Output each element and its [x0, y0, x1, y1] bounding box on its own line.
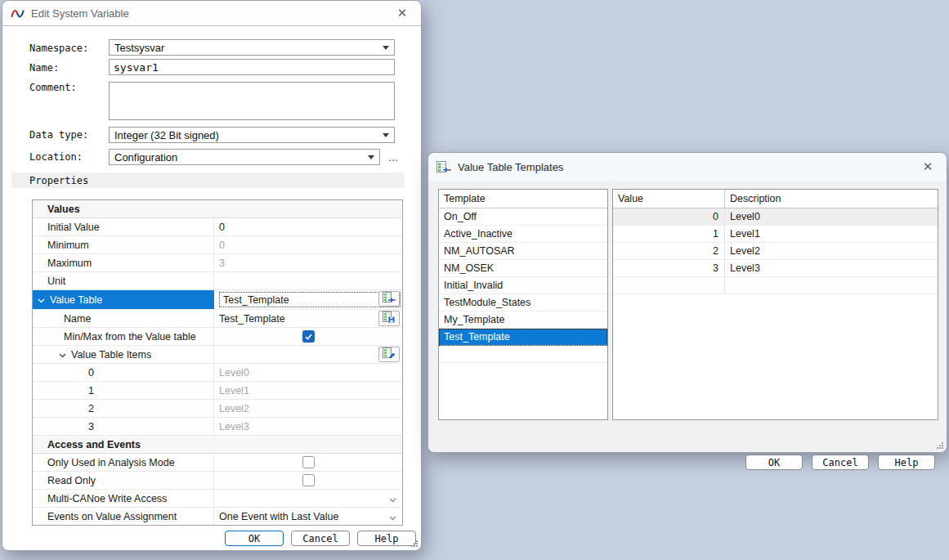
property-label: 0 [88, 367, 94, 379]
table-arrow-icon [383, 292, 396, 306]
properties-label: Properties [29, 175, 88, 186]
value-table-combobox[interactable]: Test_Template [219, 292, 401, 307]
expander-chevron-icon[interactable] [59, 349, 66, 361]
property-value: Level2 [219, 403, 249, 414]
property-label: Minimum [47, 240, 89, 251]
property-row-minimum[interactable]: Minimum0 [33, 236, 402, 254]
template-list-item[interactable]: TestModule_States [439, 294, 607, 311]
table-edit-icon [383, 347, 396, 361]
property-row-2[interactable]: 2Level2 [33, 400, 402, 418]
template-list-item[interactable]: Initial_Invalid [439, 277, 607, 294]
value-table-combobox-value: Test_Template [223, 294, 289, 306]
expander-chevron-icon[interactable] [38, 294, 45, 306]
table-save-button[interactable] [378, 311, 400, 326]
datatype-value: Integer (32 Bit signed) [114, 129, 219, 141]
checkbox-unchecked[interactable] [302, 474, 315, 486]
value-table-row[interactable]: 0Level0 [613, 208, 938, 226]
property-row-0[interactable]: 0Level0 [33, 364, 402, 382]
property-label: Events on Value Assignment [47, 511, 177, 522]
template-list-empty-row[interactable] [439, 346, 607, 363]
property-label: 3 [88, 421, 94, 432]
name-input[interactable] [109, 59, 395, 75]
table-arrow-button[interactable] [378, 291, 400, 307]
description-cell: Level0 [725, 208, 938, 225]
help-button[interactable]: Help [357, 531, 416, 546]
property-row-name[interactable]: NameTest_Template [33, 310, 402, 328]
property-row-1[interactable]: 1Level1 [33, 382, 402, 400]
template-listbox: Template On_OffActive_InactiveNM_AUTOSAR… [438, 189, 608, 420]
template-list-item[interactable]: On_Off [439, 208, 607, 226]
templates-dialog-titlebar: Value Table Templates ✕ [428, 153, 947, 181]
property-row-initial-value[interactable]: Initial Value0 [33, 218, 402, 236]
value-table-row[interactable]: 2Level2 [613, 243, 938, 260]
value-column-header: Value [613, 190, 725, 208]
value-table-empty-row[interactable] [613, 277, 938, 294]
value-table-row[interactable]: 3Level3 [613, 260, 938, 277]
resize-grip[interactable] [936, 441, 944, 450]
template-list-item[interactable]: NM_AUTOSAR [439, 243, 607, 260]
location-label: Location: [29, 151, 83, 163]
templates-dialog-title: Value Table Templates [458, 161, 917, 173]
description-cell: Level3 [725, 260, 938, 276]
property-value: 0 [219, 222, 225, 233]
property-row-events-on-value-assignment[interactable]: Events on Value AssignmentOne Event with… [33, 508, 402, 525]
cancel-button[interactable]: Cancel [812, 455, 869, 470]
close-icon[interactable]: ✕ [917, 158, 938, 176]
property-row-value-table[interactable]: Value TableTest_Template [33, 290, 402, 310]
template-list-item[interactable]: NM_OSEK [439, 260, 607, 277]
description-cell: Level2 [725, 243, 938, 259]
value-table-header-row: Value Description [613, 190, 938, 208]
value-table-row[interactable]: 1Level1 [613, 226, 938, 243]
template-list-item[interactable]: Active_Inactive [439, 226, 607, 243]
property-row-3[interactable]: 3Level3 [33, 418, 402, 436]
edit-dialog-body: Namespace: Testsysvar Name: Comment: Dat… [2, 26, 421, 550]
property-row-min-max-from-the-value-table[interactable]: Min/Max from the Value table [33, 328, 402, 346]
table-edit-button[interactable] [378, 347, 400, 362]
property-value: Level1 [219, 385, 249, 396]
comment-textarea[interactable] [109, 82, 395, 120]
property-label: Unit [47, 276, 65, 287]
datatype-combobox[interactable]: Integer (32 Bit signed) [109, 127, 395, 143]
chevron-down-icon [383, 133, 389, 137]
template-list-item[interactable]: My_Template [439, 311, 607, 329]
property-row-only-used-in-analysis-mode[interactable]: Only Used in Analysis Mode [33, 454, 402, 472]
ok-button[interactable]: OK [745, 455, 803, 470]
help-button[interactable]: Help [878, 455, 935, 470]
ok-button[interactable]: OK [225, 531, 284, 546]
description-cell: Level1 [725, 226, 938, 242]
property-row-value-table-items[interactable]: Value Table Items [33, 346, 402, 364]
desktop: { "edit_dialog": { "title": "Edit System… [0, 0, 949, 560]
comment-label: Comment: [29, 82, 77, 93]
section-label: Values [33, 200, 402, 217]
value-cell: 0 [613, 208, 725, 225]
location-browse-button[interactable]: … [383, 150, 396, 165]
property-label: Name [64, 313, 91, 325]
property-label: Value Table [50, 294, 102, 306]
close-icon[interactable]: ✕ [392, 4, 413, 22]
resize-grip[interactable] [410, 540, 419, 548]
namespace-combobox[interactable]: Testsysvar [109, 39, 395, 56]
checkbox-checked[interactable] [302, 330, 315, 343]
value-cell: 1 [613, 226, 725, 242]
cancel-button[interactable]: Cancel [291, 531, 350, 546]
property-value: One Event with Last Value [219, 511, 338, 522]
property-label: Value Table Items [71, 349, 151, 361]
property-label: Multi-CANoe Write Access [47, 493, 167, 504]
checkbox-unchecked[interactable] [302, 456, 315, 468]
property-row-unit[interactable]: Unit [33, 272, 402, 290]
template-list-item[interactable]: Test_Template [439, 329, 607, 346]
property-label: Read Only [47, 475, 96, 486]
chevron-down-icon[interactable] [389, 494, 396, 505]
property-row-multi-canoe-write-access[interactable]: Multi-CANoe Write Access [33, 490, 402, 508]
property-row-read-only[interactable]: Read Only [33, 472, 402, 490]
property-row-maximum[interactable]: Maximum3 [33, 254, 402, 272]
description-column-header: Description [725, 190, 938, 208]
property-label: Initial Value [47, 222, 100, 233]
chevron-down-icon[interactable] [389, 512, 396, 523]
location-combobox[interactable]: Configuration [109, 149, 380, 165]
value-description-table: Value Description 0Level01Level12Level23… [612, 189, 938, 420]
edit-dialog-titlebar: Edit System Variable ✕ [2, 1, 421, 26]
chevron-down-icon [368, 155, 374, 159]
value-cell: 2 [613, 243, 725, 259]
template-list-items: On_OffActive_InactiveNM_AUTOSARNM_OSEKIn… [439, 208, 607, 363]
